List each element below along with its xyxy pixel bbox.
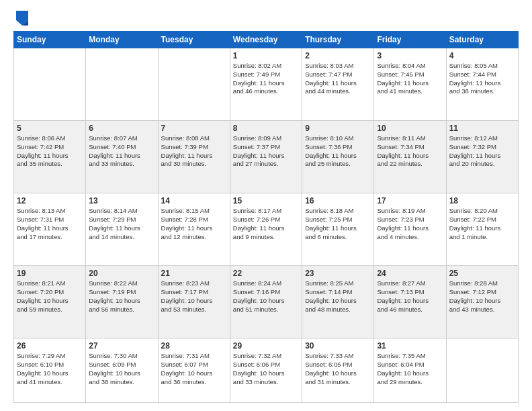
day-number: 6 [89, 124, 154, 133]
day-info: Sunrise: 8:24 AM Sunset: 7:16 PM Dayligh… [233, 279, 299, 314]
calendar-cell: 31Sunrise: 7:35 AM Sunset: 6:04 PM Dayli… [374, 338, 446, 403]
calendar-cell: 19Sunrise: 8:21 AM Sunset: 7:20 PM Dayli… [14, 266, 86, 338]
header [13, 11, 519, 26]
weekday-header-wednesday: Wednesday [230, 32, 302, 48]
page: SundayMondayTuesdayWednesdayThursdayFrid… [0, 0, 532, 411]
calendar-cell: 10Sunrise: 8:11 AM Sunset: 7:34 PM Dayli… [374, 121, 446, 193]
day-number: 28 [161, 341, 227, 351]
day-number: 15 [233, 196, 299, 205]
calendar-cell: 23Sunrise: 8:25 AM Sunset: 7:14 PM Dayli… [302, 266, 374, 338]
calendar-cell: 2Sunrise: 8:03 AM Sunset: 7:47 PM Daylig… [302, 48, 374, 121]
calendar-cell: 11Sunrise: 8:12 AM Sunset: 7:32 PM Dayli… [446, 121, 518, 193]
day-number: 2 [305, 51, 371, 60]
day-number: 7 [161, 124, 227, 133]
day-info: Sunrise: 7:30 AM Sunset: 6:09 PM Dayligh… [89, 352, 154, 386]
calendar-cell: 20Sunrise: 8:22 AM Sunset: 7:19 PM Dayli… [86, 266, 158, 338]
calendar-cell: 29Sunrise: 7:32 AM Sunset: 6:06 PM Dayli… [230, 338, 302, 403]
logo-icon [16, 11, 28, 26]
weekday-header-thursday: Thursday [302, 32, 374, 48]
calendar-cell: 30Sunrise: 7:33 AM Sunset: 6:05 PM Dayli… [302, 338, 374, 403]
day-info: Sunrise: 8:03 AM Sunset: 7:47 PM Dayligh… [305, 62, 371, 96]
day-info: Sunrise: 8:23 AM Sunset: 7:17 PM Dayligh… [161, 279, 227, 314]
day-number: 9 [305, 124, 371, 133]
calendar-cell: 14Sunrise: 8:15 AM Sunset: 7:28 PM Dayli… [158, 193, 230, 266]
calendar-cell: 9Sunrise: 8:10 AM Sunset: 7:36 PM Daylig… [302, 121, 374, 193]
day-info: Sunrise: 8:20 AM Sunset: 7:22 PM Dayligh… [449, 207, 515, 241]
day-info: Sunrise: 7:35 AM Sunset: 6:04 PM Dayligh… [377, 352, 443, 386]
calendar-cell [446, 338, 518, 403]
weekday-header-tuesday: Tuesday [158, 32, 230, 48]
day-number: 12 [17, 196, 83, 205]
weekday-header-sunday: Sunday [14, 32, 86, 48]
calendar-cell: 3Sunrise: 8:04 AM Sunset: 7:45 PM Daylig… [374, 48, 446, 121]
day-info: Sunrise: 8:12 AM Sunset: 7:32 PM Dayligh… [449, 134, 515, 169]
weekday-header-friday: Friday [374, 32, 446, 48]
day-info: Sunrise: 8:14 AM Sunset: 7:29 PM Dayligh… [89, 207, 154, 241]
calendar-cell: 8Sunrise: 8:09 AM Sunset: 7:37 PM Daylig… [230, 121, 302, 193]
calendar-cell: 21Sunrise: 8:23 AM Sunset: 7:17 PM Dayli… [158, 266, 230, 338]
day-info: Sunrise: 8:07 AM Sunset: 7:40 PM Dayligh… [89, 134, 154, 169]
calendar-week-4: 26Sunrise: 7:29 AM Sunset: 6:10 PM Dayli… [14, 338, 519, 403]
day-info: Sunrise: 8:04 AM Sunset: 7:45 PM Dayligh… [377, 62, 443, 96]
day-info: Sunrise: 7:31 AM Sunset: 6:07 PM Dayligh… [161, 352, 227, 386]
calendar-week-2: 12Sunrise: 8:13 AM Sunset: 7:31 PM Dayli… [14, 193, 519, 266]
calendar-week-1: 5Sunrise: 8:06 AM Sunset: 7:42 PM Daylig… [14, 121, 519, 193]
calendar-cell: 17Sunrise: 8:19 AM Sunset: 7:23 PM Dayli… [374, 193, 446, 266]
calendar-table: SundayMondayTuesdayWednesdayThursdayFrid… [13, 31, 519, 403]
day-number: 3 [377, 51, 443, 60]
calendar-week-3: 19Sunrise: 8:21 AM Sunset: 7:20 PM Dayli… [14, 266, 519, 338]
calendar-cell: 15Sunrise: 8:17 AM Sunset: 7:26 PM Dayli… [230, 193, 302, 266]
day-number: 31 [377, 341, 443, 351]
calendar-week-0: 1Sunrise: 8:02 AM Sunset: 7:49 PM Daylig… [14, 48, 519, 121]
weekday-header-monday: Monday [86, 32, 158, 48]
day-number: 24 [377, 269, 443, 278]
day-info: Sunrise: 8:17 AM Sunset: 7:26 PM Dayligh… [233, 207, 299, 241]
day-number: 25 [449, 269, 515, 278]
day-number: 14 [161, 196, 227, 205]
day-info: Sunrise: 8:18 AM Sunset: 7:25 PM Dayligh… [305, 207, 371, 241]
day-info: Sunrise: 8:22 AM Sunset: 7:19 PM Dayligh… [89, 279, 154, 314]
day-number: 10 [377, 124, 443, 133]
weekday-header-row: SundayMondayTuesdayWednesdayThursdayFrid… [14, 32, 519, 48]
calendar-cell: 28Sunrise: 7:31 AM Sunset: 6:07 PM Dayli… [158, 338, 230, 403]
day-number: 17 [377, 196, 443, 205]
calendar-cell: 18Sunrise: 8:20 AM Sunset: 7:22 PM Dayli… [446, 193, 518, 266]
day-info: Sunrise: 8:02 AM Sunset: 7:49 PM Dayligh… [233, 62, 299, 96]
day-info: Sunrise: 7:33 AM Sunset: 6:05 PM Dayligh… [305, 352, 371, 386]
day-info: Sunrise: 8:25 AM Sunset: 7:14 PM Dayligh… [305, 279, 371, 314]
calendar-cell: 12Sunrise: 8:13 AM Sunset: 7:31 PM Dayli… [14, 193, 86, 266]
day-number: 23 [305, 269, 371, 278]
day-number: 19 [17, 269, 83, 278]
day-number: 30 [305, 341, 371, 351]
day-number: 1 [233, 51, 299, 60]
day-number: 18 [449, 196, 515, 205]
day-info: Sunrise: 8:10 AM Sunset: 7:36 PM Dayligh… [305, 134, 371, 169]
calendar-cell: 4Sunrise: 8:05 AM Sunset: 7:44 PM Daylig… [446, 48, 518, 121]
weekday-header-saturday: Saturday [446, 32, 518, 48]
day-info: Sunrise: 7:32 AM Sunset: 6:06 PM Dayligh… [233, 352, 299, 386]
day-number: 21 [161, 269, 227, 278]
day-info: Sunrise: 8:05 AM Sunset: 7:44 PM Dayligh… [449, 62, 515, 96]
calendar-cell: 6Sunrise: 8:07 AM Sunset: 7:40 PM Daylig… [86, 121, 158, 193]
day-info: Sunrise: 8:13 AM Sunset: 7:31 PM Dayligh… [17, 207, 83, 241]
calendar-cell: 13Sunrise: 8:14 AM Sunset: 7:29 PM Dayli… [86, 193, 158, 266]
calendar-cell: 27Sunrise: 7:30 AM Sunset: 6:09 PM Dayli… [86, 338, 158, 403]
calendar-body: 1Sunrise: 8:02 AM Sunset: 7:49 PM Daylig… [14, 48, 519, 403]
day-info: Sunrise: 8:19 AM Sunset: 7:23 PM Dayligh… [377, 207, 443, 241]
day-number: 20 [89, 269, 154, 278]
calendar-cell [86, 48, 158, 121]
day-number: 22 [233, 269, 299, 278]
calendar-cell: 26Sunrise: 7:29 AM Sunset: 6:10 PM Dayli… [14, 338, 86, 403]
day-info: Sunrise: 8:08 AM Sunset: 7:39 PM Dayligh… [161, 134, 227, 169]
day-number: 27 [89, 341, 154, 351]
day-number: 4 [449, 51, 515, 60]
day-info: Sunrise: 7:29 AM Sunset: 6:10 PM Dayligh… [17, 352, 83, 386]
day-info: Sunrise: 8:06 AM Sunset: 7:42 PM Dayligh… [17, 134, 83, 169]
day-number: 8 [233, 124, 299, 133]
logo [13, 11, 28, 26]
day-number: 26 [17, 341, 83, 351]
day-number: 13 [89, 196, 154, 205]
calendar-cell [158, 48, 230, 121]
calendar-cell: 7Sunrise: 8:08 AM Sunset: 7:39 PM Daylig… [158, 121, 230, 193]
day-info: Sunrise: 8:28 AM Sunset: 7:12 PM Dayligh… [449, 279, 515, 314]
